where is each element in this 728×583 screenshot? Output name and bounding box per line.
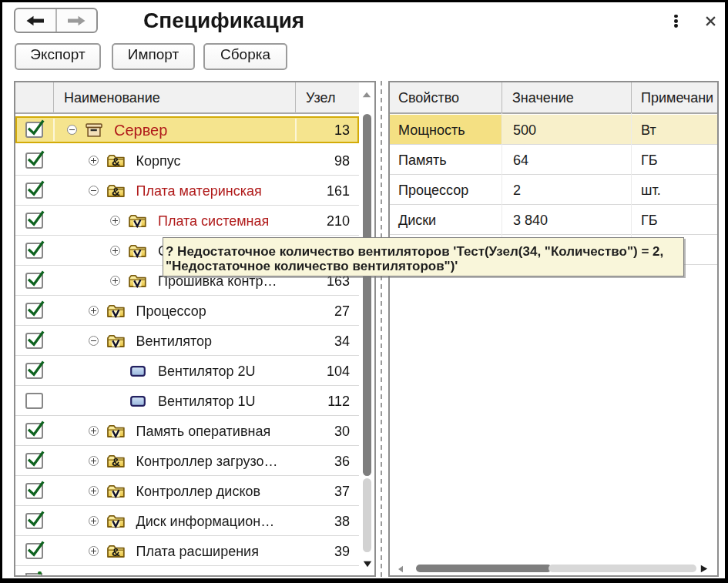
svg-text:&: & — [112, 155, 120, 168]
svg-text:&: & — [112, 455, 120, 468]
svg-text:&: & — [112, 185, 120, 198]
svg-text:&: & — [112, 545, 120, 558]
